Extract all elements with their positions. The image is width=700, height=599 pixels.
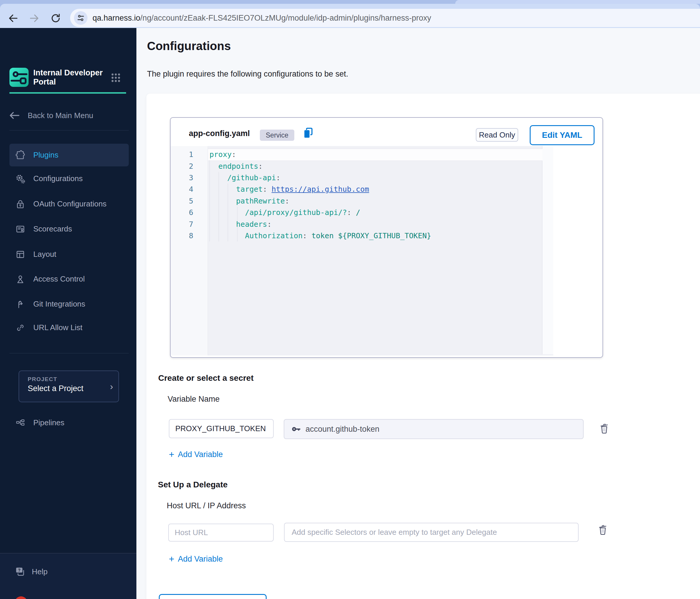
sidebar-item-scorecards[interactable]: Scorecards (9, 218, 129, 240)
lock-icon (15, 199, 26, 210)
forward-arrow-icon (29, 13, 40, 24)
browser-back-button[interactable] (5, 10, 21, 26)
browser-tab-strip (455, 0, 700, 4)
app-grid-menu-button[interactable] (110, 72, 121, 83)
sidebar-footer: ? Help HM Himanshu Mishra (0, 553, 136, 599)
sidebar-item-label: Scorecards (33, 225, 72, 234)
browser-chrome: qa.harness.io/ng/account/zEaak-FLS425IEO… (0, 0, 700, 28)
sidebar-item-label: Configurations (33, 174, 83, 183)
idp-logo-icon (9, 68, 29, 87)
help-label: Help (32, 567, 47, 576)
brand-underline (9, 92, 126, 94)
site-info-button[interactable] (74, 11, 88, 25)
host-url-label: Host URL / IP Address (167, 501, 246, 510)
code-line: 2 endpoints: (171, 160, 542, 172)
delegate-section-heading: Set Up a Delegate (158, 480, 228, 490)
sidebar-item-label: Git Integrations (33, 300, 85, 309)
code-line: 6 /api/proxy/github-api/?: / (171, 207, 542, 218)
layout-icon (15, 249, 26, 260)
code-line: 8 Authorization: token ${PROXY_GITHUB_TO… (171, 230, 542, 241)
help-chat-icon: ? (15, 566, 26, 577)
url-path: /ng/account/zEaak-FLS425IEO7OLzMUg/modul… (140, 14, 431, 22)
user-name: Himanshu Mishra (32, 598, 91, 599)
sidebar-item-access-control[interactable]: Access Control (9, 268, 129, 290)
add-variable-button[interactable]: + Add Variable (169, 448, 223, 460)
delegate-selectors-input[interactable] (284, 523, 579, 542)
sidebar-item-label: Layout (33, 250, 56, 259)
browser-forward-button[interactable] (26, 10, 42, 26)
delete-delegate-row-button[interactable] (597, 524, 609, 537)
reload-icon (50, 13, 61, 24)
code-line: 5 pathRewrite: (171, 195, 542, 207)
sidebar-item-label: Access Control (33, 275, 85, 284)
help-button[interactable]: ? Help (15, 565, 127, 578)
delete-variable-button[interactable] (598, 422, 610, 435)
brand: Internal Developer Portal (9, 68, 127, 87)
edit-yaml-button[interactable]: Edit YAML (530, 125, 595, 145)
code-line: 4 target: https://api.github.com (171, 183, 542, 195)
svg-text:?: ? (18, 568, 21, 573)
yaml-link[interactable]: https://api.github.com (272, 185, 369, 193)
back-to-main-menu[interactable]: Back to Main Menu (9, 108, 126, 123)
service-badge: Service (260, 130, 294, 141)
trash-icon (599, 423, 609, 435)
variable-name-input[interactable] (169, 419, 274, 438)
sidebar-item-label: URL Allow List (33, 323, 82, 332)
code-line: 3 /github-api: (171, 172, 542, 183)
pipelines-icon (15, 417, 26, 428)
secret-select[interactable]: account.github-token (284, 419, 584, 439)
read-only-button[interactable]: Read Only (476, 128, 518, 142)
variable-name-label: Variable Name (168, 395, 220, 404)
brand-title: Internal Developer Portal (33, 68, 103, 86)
sidebar-item-layout[interactable]: Layout (9, 243, 129, 266)
grid-dots-icon (111, 73, 121, 83)
divider (9, 353, 129, 354)
branch-arrows-icon (15, 298, 26, 310)
save-configurations-button[interactable] (159, 594, 267, 599)
project-label: PROJECT (28, 376, 57, 383)
code-line: 1proxy: (171, 149, 542, 160)
host-url-input[interactable] (168, 524, 274, 542)
sidebar-item-label: Plugins (33, 151, 58, 160)
back-arrow-icon (8, 13, 19, 24)
copy-icon[interactable] (302, 127, 315, 139)
trash-icon (598, 524, 608, 536)
link-icon (15, 322, 26, 333)
browser-reload-button[interactable] (48, 10, 64, 26)
user-menu[interactable]: HM Himanshu Mishra (15, 596, 127, 599)
tune-icon (77, 14, 85, 22)
sidebar-item-label: OAuth Configurations (33, 199, 107, 208)
puzzle-icon (15, 150, 26, 161)
url-host: qa.harness.io (93, 14, 140, 22)
sidebar-item-oauth-configurations[interactable]: OAuth Configurations (9, 192, 129, 215)
scorecard-icon (15, 224, 26, 235)
url-bar[interactable]: qa.harness.io/ng/account/zEaak-FLS425IEO… (70, 9, 700, 27)
sidebar-item-plugins[interactable]: Plugins (9, 144, 129, 166)
url-text: qa.harness.io/ng/account/zEaak-FLS425IEO… (93, 14, 431, 23)
sidebar-item-configurations[interactable]: Configurations (9, 167, 129, 190)
sidebar: Internal Developer Portal Back to Main M… (0, 28, 136, 599)
person-icon (15, 274, 26, 285)
sidebar-item-git-integrations[interactable]: Git Integrations (9, 293, 129, 315)
yaml-editor[interactable]: 1proxy: 2 endpoints: 3 /github-api: 4 ta… (171, 146, 553, 356)
yaml-config-card: app-config.yaml Service Read Only Edit Y… (170, 117, 603, 358)
page-subtitle: The plugin requires the following config… (147, 70, 348, 79)
project-selector[interactable]: PROJECT Select a Project › (19, 370, 119, 402)
chevron-right-icon: › (110, 381, 113, 392)
add-delegate-variable-button[interactable]: + Add Variable (169, 553, 223, 565)
gears-icon (15, 173, 26, 184)
sidebar-item-pipelines[interactable]: Pipelines (9, 411, 129, 434)
browser-toolbar: qa.harness.io/ng/account/zEaak-FLS425IEO… (0, 4, 700, 28)
back-arrow-icon (9, 112, 20, 119)
secret-value: account.github-token (305, 425, 379, 434)
plus-icon: + (169, 554, 174, 565)
code-line: 7 headers: (171, 218, 542, 230)
key-icon (291, 424, 301, 434)
plus-icon: + (169, 449, 174, 460)
avatar: HM (15, 596, 27, 599)
editor-scrollbar[interactable] (542, 146, 553, 354)
sidebar-item-label: Pipelines (33, 418, 65, 427)
code-lines: 1proxy: 2 endpoints: 3 /github-api: 4 ta… (171, 149, 542, 241)
page-title: Configurations (147, 40, 231, 53)
sidebar-item-url-allow-list[interactable]: URL Allow List (9, 316, 129, 339)
